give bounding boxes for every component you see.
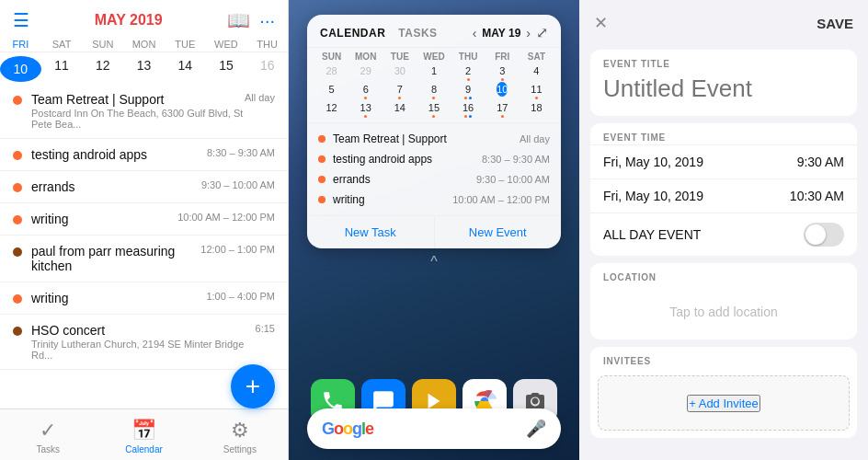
event-title: HSO concert (31, 323, 256, 338)
event-time-label: EVENT TIME (590, 123, 857, 144)
event-content: errands (31, 179, 201, 194)
event-title-section: EVENT TITLE (590, 50, 857, 116)
date-11[interactable]: 11 (41, 56, 83, 82)
event-team-retreat[interactable]: Team Retreat | Support Postcard Inn On T… (0, 84, 288, 139)
widget-event-dot (318, 176, 326, 183)
weekday-sun: SUN (82, 39, 123, 50)
more-icon[interactable]: ··· (259, 10, 275, 31)
widget-event-dot (318, 196, 326, 203)
event-hso-concert[interactable]: HSO concert Trinity Lutheran Church, 219… (0, 315, 288, 370)
mini-date[interactable]: 13 (360, 100, 371, 115)
mini-date[interactable]: 16 (463, 100, 474, 115)
mini-wd-sun: SUN (314, 52, 348, 62)
event-dot (13, 151, 22, 160)
nav-tasks[interactable]: ✓ Tasks (0, 417, 96, 456)
date-15[interactable]: 15 (206, 56, 247, 82)
widget-event-testing[interactable]: testing android apps 8:30 – 9:30 AM (307, 149, 561, 169)
add-invitee-btn[interactable]: + Add Invitee (687, 395, 760, 412)
tab-calendar[interactable]: CALENDAR (320, 27, 385, 40)
event-time: 9:30 – 10:00 AM (201, 179, 275, 190)
widget-event-errands[interactable]: errands 9:30 – 10:00 AM (307, 169, 561, 190)
calendar-nav-label: Calendar (125, 444, 163, 454)
start-time-row[interactable]: Fri, May 10, 2019 9:30 AM (590, 144, 857, 178)
mini-date[interactable]: 4 (533, 63, 539, 78)
bottom-nav: ✓ Tasks 📅 Calendar ⚙ Settings (0, 408, 288, 460)
widget-tabs: CALENDAR TASKS (320, 27, 438, 40)
save-form-btn[interactable]: SAVE (817, 16, 853, 31)
start-time: 9:30 AM (797, 155, 844, 169)
calendar-title: MAY 2019 (29, 12, 227, 29)
mini-date[interactable]: 3 (499, 63, 505, 78)
mini-date-today[interactable]: 10 (497, 82, 508, 97)
all-day-toggle[interactable] (804, 223, 844, 247)
widget-event-writing[interactable]: writing 10:00 AM – 12:00 PM (307, 190, 561, 210)
prev-month-btn[interactable]: ‹ (473, 26, 477, 40)
widget-event-name: testing android apps (333, 153, 482, 166)
date-14[interactable]: 14 (165, 56, 206, 82)
widget-event-name: writing (333, 193, 452, 206)
mini-weekdays: SUN MON TUE WED THU FRI SAT (314, 52, 554, 62)
google-logo: Google (322, 420, 373, 439)
nav-calendar[interactable]: 📅 Calendar (96, 417, 191, 456)
mini-date[interactable]: 15 (428, 100, 440, 115)
tab-tasks[interactable]: TASKS (398, 27, 437, 40)
date-16[interactable]: 16 (246, 56, 288, 82)
mini-date[interactable]: 9 (465, 82, 471, 97)
event-time: 10:00 AM – 12:00 PM (177, 212, 275, 223)
nav-settings[interactable]: ⚙ Settings (192, 417, 288, 456)
mini-date[interactable]: 1 (431, 63, 437, 78)
weekdays-row: FRI SAT SUN MON TUE WED THU (0, 35, 288, 52)
next-month-btn[interactable]: › (526, 26, 531, 40)
mini-calendar: SUN MON TUE WED THU FRI SAT 28 29 30 1 2… (307, 48, 561, 122)
mini-date[interactable]: 29 (360, 63, 371, 78)
new-event-form-panel: ✕ SAVE EVENT TITLE EVENT TIME Fri, May 1… (579, 0, 868, 460)
close-form-btn[interactable]: ✕ (594, 13, 608, 33)
new-task-btn[interactable]: New Task (307, 216, 435, 248)
widget-event-time: 10:00 AM – 12:00 PM (452, 194, 550, 205)
google-search-bar[interactable]: Google 🎤 (307, 408, 561, 449)
weekday-tue: TUE (165, 39, 206, 50)
mini-date[interactable]: 8 (431, 82, 437, 97)
mini-date[interactable]: 2 (465, 63, 471, 78)
mini-date[interactable]: 17 (497, 100, 508, 115)
mini-wd-tue: TUE (383, 52, 417, 62)
event-subtitle: Postcard Inn On The Beach, 6300 Gulf Blv… (31, 108, 245, 130)
add-event-fab[interactable]: + (231, 364, 275, 408)
event-title-label: EVENT TITLE (590, 50, 857, 71)
mini-wd-fri: FRI (485, 52, 520, 62)
date-10[interactable]: 10 (0, 56, 41, 82)
location-placeholder-text: Tap to add location (669, 305, 778, 319)
mini-date[interactable]: 5 (329, 82, 335, 97)
mini-date[interactable]: 18 (531, 100, 542, 115)
mini-date[interactable]: 6 (363, 82, 369, 97)
new-event-btn[interactable]: New Event (435, 216, 562, 248)
event-content: writing (31, 212, 177, 226)
menu-icon[interactable]: ☰ (13, 9, 29, 31)
expand-btn[interactable]: ⤢ (536, 24, 548, 41)
mini-date[interactable]: 14 (394, 100, 405, 115)
mini-date[interactable]: 11 (531, 82, 542, 97)
date-13[interactable]: 13 (123, 56, 165, 82)
event-title-input[interactable] (590, 71, 857, 116)
widget-event-name: Team Retreat | Support (333, 132, 520, 145)
end-time-row[interactable]: Fri, May 10, 2019 10:30 AM (590, 178, 857, 213)
swipe-indicator: ^ (430, 254, 438, 270)
event-writing-1[interactable]: writing 10:00 AM – 12:00 PM (0, 203, 288, 236)
book-icon[interactable]: 📖 (227, 9, 250, 31)
event-errands[interactable]: errands 9:30 – 10:00 AM (0, 171, 288, 203)
event-writing-2[interactable]: writing 1:00 – 4:00 PM (0, 282, 288, 315)
mini-wd-sat: SAT (520, 52, 554, 62)
weekday-thu: THU (246, 39, 288, 50)
event-testing-android[interactable]: testing android apps 8:30 – 9:30 AM (0, 139, 288, 171)
mini-date[interactable]: 12 (326, 100, 337, 115)
event-paul-parr[interactable]: paul from parr measuring kitchen 12:00 –… (0, 236, 288, 282)
mini-date[interactable]: 7 (397, 82, 403, 97)
location-input[interactable]: Tap to add location (590, 284, 857, 339)
widget-event-team-retreat[interactable]: Team Retreat | Support All day (307, 129, 561, 149)
calendar-header: ☰ MAY 2019 📖 ··· (0, 0, 288, 35)
mini-date[interactable]: 30 (394, 63, 405, 78)
mini-cal-row-2: 5 6 7 8 9 10 11 (314, 82, 554, 100)
date-12[interactable]: 12 (82, 56, 123, 82)
google-mic-icon[interactable]: 🎤 (526, 419, 546, 439)
mini-date[interactable]: 28 (326, 63, 337, 78)
